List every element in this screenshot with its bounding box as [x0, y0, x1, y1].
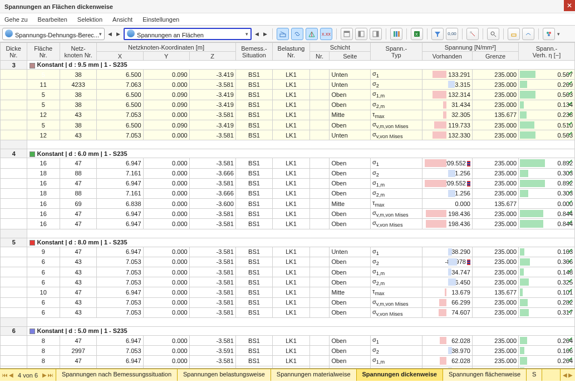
cell-vorhanden[interactable]: 66.299 [422, 297, 472, 307]
table-row[interactable]: 18 88 7.161 0.000 -3.666 BS1 LK1 Oben σ2… [1, 168, 575, 178]
cell-x[interactable]: 6.500 [97, 120, 143, 130]
tool-1-button[interactable] [466, 28, 479, 40]
col-schicht[interactable]: Schicht [309, 43, 370, 52]
cell-flache[interactable]: 12 [27, 110, 60, 120]
cell-ratio[interactable]: 0.563 ✔ [519, 130, 575, 140]
cell-ratio[interactable]: 0.303 ✔ [519, 168, 575, 178]
cell-z[interactable]: -3.581 [189, 80, 235, 90]
cell-schicht-nr[interactable] [309, 90, 330, 100]
cell-netz[interactable]: 88 [60, 168, 97, 178]
cell-ratio[interactable]: 0.134 ✔ [519, 100, 575, 110]
cell-z[interactable]: -3.581 [189, 277, 235, 287]
cell-vorhanden[interactable]: 132.330 [422, 130, 472, 140]
cell-x[interactable]: 7.053 [97, 277, 143, 287]
cell-z[interactable]: -3.666 [189, 188, 235, 198]
cell-grenze[interactable]: 235.000 [472, 247, 518, 257]
cell-schicht-nr[interactable] [309, 209, 330, 219]
cell-x[interactable]: 7.053 [97, 257, 143, 267]
cell-vorhanden[interactable]: 119.733 [422, 120, 472, 130]
cell-netz[interactable]: 4233 [60, 80, 97, 90]
table-row[interactable]: 8 47 6.947 0.000 -3.581 BS1 LK1 Oben σ1 … [1, 335, 575, 345]
cell-typ[interactable]: σv,m,von Mises [371, 120, 422, 130]
cell-bem[interactable]: BS1 [235, 80, 273, 90]
cell-schicht-nr[interactable] [309, 257, 330, 267]
col-y[interactable]: Y [143, 52, 189, 61]
cell-flache[interactable]: 12 [27, 130, 60, 140]
cell-bem[interactable]: BS1 [235, 178, 273, 188]
cell-flache[interactable]: 5 [27, 90, 60, 100]
cell-grenze[interactable]: 235.000 [472, 257, 518, 267]
precision-button[interactable]: 0,00 [446, 28, 458, 40]
cell-y[interactable]: 0.000 [143, 307, 189, 317]
cell-typ[interactable]: σ2 [371, 346, 422, 356]
cell-schicht-nr[interactable] [309, 219, 330, 229]
cell-bem[interactable]: BS1 [235, 335, 273, 345]
cell-grenze[interactable]: 235.000 [472, 346, 518, 356]
cell-schicht-nr[interactable] [309, 188, 330, 198]
cell-bem[interactable]: BS1 [235, 209, 273, 219]
cell-seite[interactable]: Oben [330, 120, 371, 130]
cell-y[interactable]: 0.000 [143, 297, 189, 307]
cell-x[interactable]: 6.500 [97, 100, 143, 110]
cell-ratio[interactable]: 0.892 ✔ [519, 158, 575, 168]
cell-schicht-nr[interactable] [309, 120, 330, 130]
cell-bel[interactable]: LK1 [273, 277, 310, 287]
cell-seite[interactable]: Unten [330, 80, 371, 90]
cell-netz[interactable]: 43 [60, 277, 97, 287]
table-row[interactable]: 12 43 7.053 0.000 -3.581 BS1 LK1 Unten σ… [1, 130, 575, 140]
cell-seite[interactable]: Oben [330, 346, 371, 356]
cell-bem[interactable]: BS1 [235, 307, 273, 317]
cell-x[interactable]: 7.053 [97, 297, 143, 307]
cell-schicht-nr[interactable] [309, 297, 330, 307]
cell-flache[interactable]: 18 [27, 168, 60, 178]
prev-calc-button[interactable]: ◀ [107, 31, 113, 37]
tab-scroll-right[interactable]: ▶ [568, 372, 573, 378]
cell-schicht-nr[interactable] [309, 247, 330, 257]
cell-ratio[interactable]: 0.892 ✔ [519, 178, 575, 188]
menu-selektion[interactable]: Selektion [77, 16, 102, 23]
table-row[interactable]: 6 43 7.053 0.000 -3.581 BS1 LK1 Oben σ2 … [1, 257, 575, 267]
cell-ratio[interactable]: 0.166 ✔ [519, 346, 575, 356]
cell-schicht-nr[interactable] [309, 287, 330, 297]
cell-z[interactable]: -3.591 [189, 346, 235, 356]
cell-y[interactable]: 0.000 [143, 110, 189, 120]
cell-bel[interactable]: LK1 [273, 297, 310, 307]
cell-z[interactable]: -3.419 [189, 70, 235, 80]
cell-typ[interactable]: σv,von Mises [371, 130, 422, 140]
cell-bem[interactable]: BS1 [235, 287, 273, 297]
cell-grenze[interactable]: 235.000 [472, 178, 518, 188]
table-row[interactable]: 6 43 7.053 0.000 -3.581 BS1 LK1 Oben σ2,… [1, 277, 575, 287]
cell-typ[interactable]: σ2,m [371, 100, 422, 110]
table-row[interactable]: 5 38 6.500 0.090 -3.419 BS1 LK1 Unten σ1… [1, 70, 575, 80]
cell-bel[interactable]: LK1 [273, 80, 310, 90]
cell-seite[interactable]: Mitte [330, 199, 371, 209]
cell-flache[interactable]: 5 [27, 70, 60, 80]
cell-x[interactable]: 6.947 [97, 158, 143, 168]
menu-ansicht[interactable]: Ansicht [112, 16, 132, 23]
cell-flache[interactable]: 6 [27, 257, 60, 267]
cell-bel[interactable]: LK1 [273, 346, 310, 356]
cell-vorhanden[interactable]: 198.436 [422, 219, 472, 229]
cell-typ[interactable]: σ2 [371, 257, 422, 267]
cell-z[interactable]: -3.581 [189, 209, 235, 219]
close-button[interactable]: ✕ [564, 0, 575, 11]
cell-grenze[interactable]: 235.000 [472, 267, 518, 277]
cell-vorhanden[interactable]: 198.436 [422, 209, 472, 219]
cell-vorhanden[interactable]: -38.970 [422, 346, 472, 356]
cell-ratio[interactable]: 0.563 ✔ [519, 90, 575, 100]
cell-x[interactable]: 6.947 [97, 356, 143, 366]
cell-x[interactable]: 6.947 [97, 178, 143, 188]
cell-seite[interactable]: Unten [330, 70, 371, 80]
cell-grenze[interactable]: 235.000 [472, 80, 518, 90]
cell-y[interactable]: 0.000 [143, 188, 189, 198]
cell-y[interactable]: 0.090 [143, 120, 189, 130]
cell-x[interactable]: 6.500 [97, 70, 143, 80]
cell-x[interactable]: 6.500 [97, 90, 143, 100]
cell-grenze[interactable]: 135.677 [472, 110, 518, 120]
cell-x[interactable]: 7.053 [97, 307, 143, 317]
cell-ratio[interactable]: 0.148 ✔ [519, 267, 575, 277]
cell-flache[interactable]: 6 [27, 277, 60, 287]
layout-1-button[interactable] [341, 28, 353, 40]
cell-typ[interactable]: σ2,m [371, 277, 422, 287]
cell-bem[interactable]: BS1 [235, 90, 273, 100]
